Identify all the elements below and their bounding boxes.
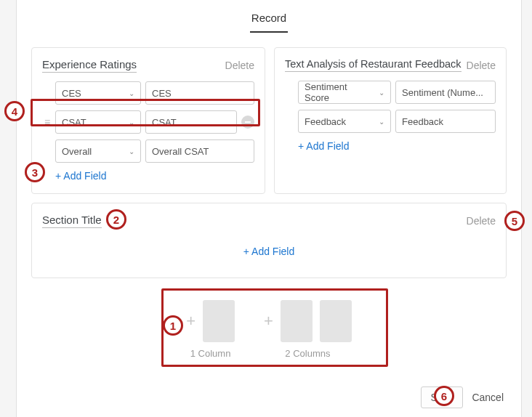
- section-experience-ratings: Experience Ratings Delete ≡ CES ⌄ CES ≡ …: [31, 47, 265, 194]
- input-value: CSAT: [152, 117, 177, 128]
- drag-handle-icon[interactable]: ≡: [42, 116, 52, 128]
- section-new: Section Title Delete + Add Field: [31, 203, 507, 278]
- chevron-down-icon: ⌄: [129, 89, 134, 97]
- field-label-input[interactable]: Sentiment (Nume...: [395, 81, 496, 104]
- field-row: Feedback ⌄ Feedback: [285, 110, 496, 133]
- chevron-down-icon: ⌄: [379, 118, 384, 126]
- layout-label: 2 Columns: [285, 348, 330, 359]
- layout-picker: + 1 Column + 2 Columns: [31, 293, 507, 366]
- remove-field-icon[interactable]: [241, 116, 254, 129]
- plus-icon: +: [186, 312, 196, 331]
- input-value: Overall CSAT: [152, 146, 209, 157]
- footer-actions: Save Cancel: [421, 386, 504, 408]
- input-value: Sentiment (Nume...: [402, 87, 483, 98]
- thumb-icon: [203, 300, 235, 342]
- field-row-active: ≡ CSAT ⌄ CSAT: [42, 110, 254, 134]
- delete-section-new[interactable]: Delete: [467, 215, 496, 227]
- svg-rect-0: [245, 121, 251, 123]
- field-select[interactable]: Overall ⌄: [55, 139, 141, 163]
- save-button[interactable]: Save: [421, 386, 463, 408]
- select-value: CSAT: [62, 117, 86, 128]
- field-select[interactable]: CES ⌄: [55, 81, 141, 105]
- tab-record[interactable]: Record: [250, 9, 288, 33]
- section-title-ratings[interactable]: Experience Ratings: [42, 58, 137, 73]
- field-label-input[interactable]: Feedback: [395, 110, 496, 133]
- delete-section-ratings[interactable]: Delete: [225, 60, 254, 71]
- chevron-down-icon: ⌄: [379, 89, 384, 97]
- input-value: CES: [152, 88, 172, 99]
- field-label-input[interactable]: Overall CSAT: [145, 139, 254, 163]
- thumb-icon: [320, 300, 352, 342]
- thumb-icon: [281, 300, 313, 342]
- layout-label: 1 Column: [190, 348, 231, 359]
- field-row: ≡ CES ⌄ CES: [42, 81, 254, 105]
- layout-thumb-2col: +: [264, 300, 352, 342]
- layout-option-1col[interactable]: + 1 Column: [186, 300, 235, 359]
- tab-header: Record: [31, 9, 507, 37]
- select-value: Overall: [62, 146, 92, 157]
- plus-icon: +: [264, 312, 273, 331]
- add-field-link[interactable]: + Add Field: [285, 140, 349, 152]
- add-field-link[interactable]: + Add Field: [42, 230, 496, 266]
- cancel-button[interactable]: Cancel: [472, 392, 504, 403]
- chevron-down-icon: ⌄: [129, 118, 134, 126]
- layout-option-2col[interactable]: + 2 Columns: [264, 300, 352, 359]
- input-value: Feedback: [402, 116, 443, 127]
- field-select[interactable]: Feedback ⌄: [298, 110, 391, 133]
- select-value: Sentiment Score: [305, 81, 374, 103]
- select-value: CES: [62, 88, 81, 99]
- field-select[interactable]: CSAT ⌄: [55, 110, 141, 134]
- field-row: ≡ Overall ⌄ Overall CSAT: [42, 139, 254, 163]
- section-text-analysis: Text Analysis of Restaurant Feedback Del…: [274, 47, 507, 194]
- field-row: Sentiment Score ⌄ Sentiment (Nume...: [285, 81, 496, 104]
- section-title-text-analysis[interactable]: Text Analysis of Restaurant Feedback: [285, 58, 462, 72]
- field-select[interactable]: Sentiment Score ⌄: [298, 81, 391, 104]
- chevron-down-icon: ⌄: [129, 147, 134, 155]
- delete-section-text-analysis[interactable]: Delete: [467, 60, 496, 71]
- field-label-input[interactable]: CES: [145, 81, 254, 105]
- add-field-link[interactable]: + Add Field: [42, 170, 106, 182]
- field-label-input[interactable]: CSAT: [145, 110, 237, 134]
- section-title-input[interactable]: Section Title: [42, 214, 102, 228]
- layout-thumb-1col: +: [186, 300, 235, 342]
- select-value: Feedback: [305, 116, 346, 127]
